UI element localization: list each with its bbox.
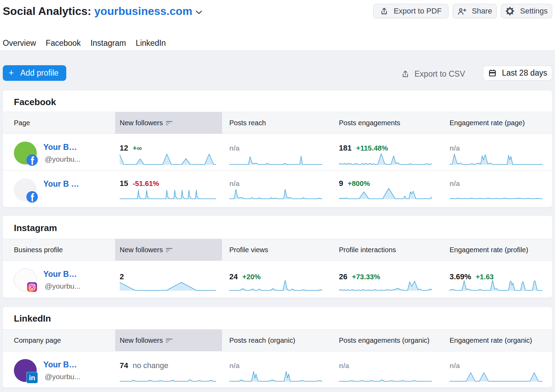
svg-text:in: in: [29, 374, 35, 382]
